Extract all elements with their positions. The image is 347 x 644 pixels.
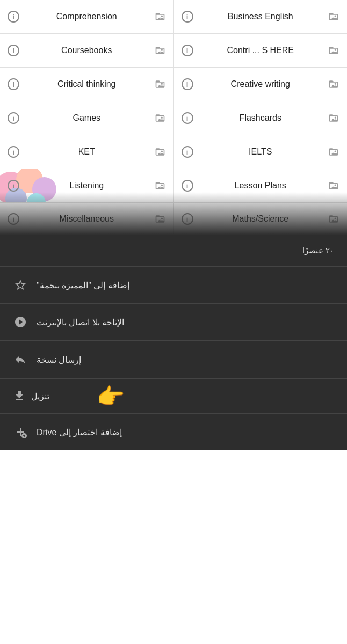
menu-item-starred[interactable]: إضافة إلى "المميزة بنجمة" (0, 267, 347, 304)
grid-item-ket[interactable]: i KET (0, 135, 174, 169)
folder-shared-icon (328, 112, 339, 124)
menu-label-send-copy: إرسال نسخة (37, 355, 81, 365)
item-label: Lesson Plans (235, 181, 286, 191)
item-label: Flashcards (240, 113, 281, 123)
menu-label-offline: الإتاحة بلا اتصال بالإنترنت (37, 317, 124, 327)
info-icon[interactable]: i (8, 112, 19, 124)
info-icon[interactable]: i (182, 78, 193, 90)
menu-label-download: تنزيل (31, 391, 49, 401)
grid-item-critical-thinking[interactable]: i Critical thinking (0, 68, 174, 101)
folder-shared-icon (154, 146, 166, 158)
grid-item-creative-writing[interactable]: i Creative writing (174, 68, 348, 101)
grid-item-business-english[interactable]: i Business English (174, 0, 348, 33)
folder-shared-icon (154, 180, 166, 192)
grid-item-games[interactable]: i Games (0, 101, 174, 135)
info-icon[interactable]: i (182, 213, 193, 225)
drive-shortcut-icon (13, 425, 28, 440)
item-label: Critical thinking (57, 79, 115, 89)
info-icon[interactable]: i (8, 180, 19, 192)
item-label: Creative writing (231, 79, 290, 89)
info-icon[interactable]: i (8, 78, 19, 90)
menu-item-send-copy[interactable]: إرسال نسخة (0, 341, 347, 378)
grid-item-flashcards[interactable]: i Flashcards (174, 101, 348, 135)
folder-shared-icon (328, 11, 339, 23)
item-label: Maths/Science (232, 214, 288, 224)
item-count: ٢٠ عنصرًا (0, 235, 347, 267)
folder-shared-icon (154, 11, 166, 23)
info-icon[interactable]: i (182, 45, 193, 56)
menu-label-drive-shortcut: إضافة اختصار إلى Drive (37, 427, 122, 437)
folder-shared-icon (154, 213, 166, 225)
context-menu: ٢٠ عنصرًا إضافة إلى "المميزة بنجمة" الإت… (0, 235, 347, 450)
info-icon[interactable]: i (182, 146, 193, 158)
folder-shared-icon (154, 78, 166, 90)
star-icon (13, 277, 28, 292)
menu-item-download[interactable]: تنزيل 👉 (0, 379, 347, 414)
folder-grid: i Comprehension i Business English i Cou… (0, 0, 347, 169)
menu-label-starred: إضافة إلى "المميزة بنجمة" (37, 280, 129, 290)
item-label: Listening (69, 181, 104, 191)
send-icon (13, 352, 28, 367)
item-label: Miscellaneous (60, 214, 114, 224)
folder-shared-icon (328, 213, 339, 225)
hand-pointing-icon: 👉 (97, 383, 125, 409)
info-icon[interactable]: i (8, 11, 19, 23)
item-label: Coursebooks (61, 46, 112, 55)
grid-item-listening[interactable]: i Listening (0, 169, 174, 202)
folder-shared-icon (328, 180, 339, 192)
download-icon (13, 390, 26, 402)
info-icon[interactable]: i (8, 213, 19, 225)
partial-grid: i Listening i Lesson Plans i Miscellaneo… (0, 169, 347, 235)
item-label: Comprehension (56, 12, 117, 21)
partial-grid-wrapper: i Listening i Lesson Plans i Miscellaneo… (0, 169, 347, 235)
grid-item-ielts[interactable]: i IELTS (174, 135, 348, 169)
grid-item-comprehension[interactable]: i Comprehension (0, 0, 174, 33)
item-label: KET (78, 147, 95, 157)
folder-shared-icon (328, 45, 339, 56)
grid-item-lesson-plans[interactable]: i Lesson Plans (174, 169, 348, 202)
grid-item-coursebooks[interactable]: i Coursebooks (0, 34, 174, 67)
info-icon[interactable]: i (182, 112, 193, 124)
offline-icon (13, 314, 28, 330)
grid-item-contri[interactable]: i Contri ... S HERE (174, 34, 348, 67)
info-icon[interactable]: i (182, 180, 193, 192)
folder-shared-icon (328, 78, 339, 90)
folder-shared-icon (328, 146, 339, 158)
item-label: IELTS (249, 147, 272, 157)
info-icon[interactable]: i (8, 146, 19, 158)
grid-item-maths-science[interactable]: i Maths/Science (174, 203, 348, 235)
grid-item-miscellaneous[interactable]: i Miscellaneous (0, 203, 174, 235)
folder-shared-icon (154, 45, 166, 56)
menu-item-offline[interactable]: الإتاحة بلا اتصال بالإنترنت (0, 304, 347, 341)
menu-item-drive-shortcut[interactable]: إضافة اختصار إلى Drive (0, 414, 347, 450)
folder-shared-icon (154, 112, 166, 124)
item-label: Contri ... S HERE (227, 46, 294, 55)
info-icon[interactable]: i (8, 45, 19, 56)
info-icon[interactable]: i (182, 11, 193, 23)
item-label: Games (73, 113, 100, 123)
item-label: Business English (228, 12, 293, 21)
